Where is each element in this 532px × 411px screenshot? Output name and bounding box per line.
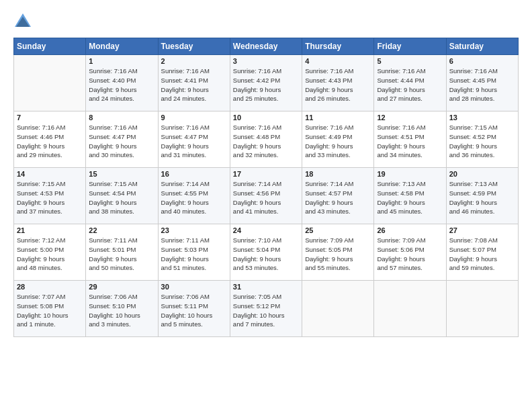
logo-icon bbox=[13, 12, 32, 31]
day-number: 18 bbox=[305, 170, 371, 178]
calendar-cell: 25Sunrise: 7:09 AM Sunset: 5:05 PM Dayli… bbox=[302, 224, 374, 281]
day-number: 14 bbox=[17, 170, 83, 178]
day-info: Sunrise: 7:06 AM Sunset: 5:10 PM Dayligh… bbox=[89, 292, 154, 329]
day-info: Sunrise: 7:16 AM Sunset: 4:47 PM Dayligh… bbox=[89, 123, 154, 160]
day-number: 22 bbox=[89, 226, 154, 234]
calendar-cell: 5Sunrise: 7:16 AM Sunset: 4:44 PM Daylig… bbox=[374, 55, 446, 111]
day-number: 12 bbox=[377, 113, 443, 122]
header bbox=[13, 12, 519, 31]
day-number: 26 bbox=[377, 226, 443, 234]
calendar-cell: 16Sunrise: 7:14 AM Sunset: 4:55 PM Dayli… bbox=[158, 168, 230, 224]
day-info: Sunrise: 7:09 AM Sunset: 5:06 PM Dayligh… bbox=[377, 236, 443, 273]
calendar-week-row: 7Sunrise: 7:16 AM Sunset: 4:46 PM Daylig… bbox=[14, 111, 519, 168]
day-info: Sunrise: 7:09 AM Sunset: 5:05 PM Dayligh… bbox=[305, 236, 371, 273]
calendar-cell: 23Sunrise: 7:11 AM Sunset: 5:03 PM Dayli… bbox=[158, 224, 230, 281]
calendar-cell: 31Sunrise: 7:05 AM Sunset: 5:12 PM Dayli… bbox=[230, 281, 302, 337]
calendar-cell: 10Sunrise: 7:16 AM Sunset: 4:48 PM Dayli… bbox=[230, 111, 302, 168]
calendar-cell: 13Sunrise: 7:15 AM Sunset: 4:52 PM Dayli… bbox=[446, 111, 518, 168]
weekday-header-wednesday: Wednesday bbox=[230, 38, 302, 55]
day-number: 3 bbox=[233, 57, 299, 65]
calendar-cell bbox=[302, 281, 374, 337]
day-info: Sunrise: 7:10 AM Sunset: 5:04 PM Dayligh… bbox=[233, 236, 299, 273]
day-info: Sunrise: 7:16 AM Sunset: 4:42 PM Dayligh… bbox=[233, 66, 299, 103]
calendar-cell: 17Sunrise: 7:14 AM Sunset: 4:56 PM Dayli… bbox=[230, 168, 302, 224]
day-number: 4 bbox=[305, 57, 371, 65]
day-info: Sunrise: 7:13 AM Sunset: 4:58 PM Dayligh… bbox=[377, 179, 443, 216]
day-number: 31 bbox=[233, 283, 299, 291]
weekday-header-saturday: Saturday bbox=[446, 38, 518, 55]
day-number: 7 bbox=[17, 113, 83, 122]
calendar-cell: 20Sunrise: 7:13 AM Sunset: 4:59 PM Dayli… bbox=[446, 168, 518, 224]
calendar-week-row: 21Sunrise: 7:12 AM Sunset: 5:00 PM Dayli… bbox=[14, 224, 519, 281]
day-info: Sunrise: 7:16 AM Sunset: 4:43 PM Dayligh… bbox=[305, 66, 371, 103]
day-info: Sunrise: 7:15 AM Sunset: 4:52 PM Dayligh… bbox=[449, 123, 515, 160]
calendar-cell: 7Sunrise: 7:16 AM Sunset: 4:46 PM Daylig… bbox=[14, 111, 86, 168]
day-info: Sunrise: 7:14 AM Sunset: 4:57 PM Dayligh… bbox=[305, 179, 371, 216]
day-info: Sunrise: 7:16 AM Sunset: 4:47 PM Dayligh… bbox=[161, 123, 227, 160]
calendar-cell: 11Sunrise: 7:16 AM Sunset: 4:49 PM Dayli… bbox=[302, 111, 374, 168]
day-number: 15 bbox=[89, 170, 154, 178]
calendar-page: SundayMondayTuesdayWednesdayThursdayFrid… bbox=[0, 0, 532, 347]
calendar-cell: 26Sunrise: 7:09 AM Sunset: 5:06 PM Dayli… bbox=[374, 224, 446, 281]
day-info: Sunrise: 7:11 AM Sunset: 5:01 PM Dayligh… bbox=[89, 236, 154, 273]
day-number: 9 bbox=[161, 113, 227, 122]
day-info: Sunrise: 7:11 AM Sunset: 5:03 PM Dayligh… bbox=[161, 236, 227, 273]
calendar-table: SundayMondayTuesdayWednesdayThursdayFrid… bbox=[13, 38, 519, 337]
calendar-cell: 27Sunrise: 7:08 AM Sunset: 5:07 PM Dayli… bbox=[446, 224, 518, 281]
day-info: Sunrise: 7:05 AM Sunset: 5:12 PM Dayligh… bbox=[233, 292, 299, 329]
calendar-cell: 28Sunrise: 7:07 AM Sunset: 5:08 PM Dayli… bbox=[14, 281, 86, 337]
weekday-header-friday: Friday bbox=[374, 38, 446, 55]
calendar-cell bbox=[14, 55, 86, 111]
calendar-cell: 30Sunrise: 7:06 AM Sunset: 5:11 PM Dayli… bbox=[158, 281, 230, 337]
day-info: Sunrise: 7:14 AM Sunset: 4:56 PM Dayligh… bbox=[233, 179, 299, 216]
day-info: Sunrise: 7:14 AM Sunset: 4:55 PM Dayligh… bbox=[161, 179, 227, 216]
day-number: 1 bbox=[89, 57, 154, 65]
calendar-cell: 8Sunrise: 7:16 AM Sunset: 4:47 PM Daylig… bbox=[86, 111, 158, 168]
day-number: 20 bbox=[449, 170, 515, 178]
calendar-cell: 1Sunrise: 7:16 AM Sunset: 4:40 PM Daylig… bbox=[86, 55, 158, 111]
day-info: Sunrise: 7:06 AM Sunset: 5:11 PM Dayligh… bbox=[161, 292, 227, 329]
calendar-week-row: 1Sunrise: 7:16 AM Sunset: 4:40 PM Daylig… bbox=[14, 55, 519, 111]
calendar-cell: 21Sunrise: 7:12 AM Sunset: 5:00 PM Dayli… bbox=[14, 224, 86, 281]
weekday-header-row: SundayMondayTuesdayWednesdayThursdayFrid… bbox=[14, 38, 519, 55]
weekday-header-monday: Monday bbox=[86, 38, 158, 55]
day-number: 11 bbox=[305, 113, 371, 122]
weekday-header-tuesday: Tuesday bbox=[158, 38, 230, 55]
day-info: Sunrise: 7:12 AM Sunset: 5:00 PM Dayligh… bbox=[17, 236, 83, 273]
day-info: Sunrise: 7:16 AM Sunset: 4:46 PM Dayligh… bbox=[17, 123, 83, 160]
calendar-cell: 12Sunrise: 7:16 AM Sunset: 4:51 PM Dayli… bbox=[374, 111, 446, 168]
day-number: 25 bbox=[305, 226, 371, 234]
calendar-cell: 19Sunrise: 7:13 AM Sunset: 4:58 PM Dayli… bbox=[374, 168, 446, 224]
day-number: 5 bbox=[377, 57, 443, 65]
day-info: Sunrise: 7:15 AM Sunset: 4:53 PM Dayligh… bbox=[17, 179, 83, 216]
day-number: 30 bbox=[161, 283, 227, 291]
calendar-cell: 4Sunrise: 7:16 AM Sunset: 4:43 PM Daylig… bbox=[302, 55, 374, 111]
day-info: Sunrise: 7:16 AM Sunset: 4:49 PM Dayligh… bbox=[305, 123, 371, 160]
day-number: 17 bbox=[233, 170, 299, 178]
day-number: 10 bbox=[233, 113, 299, 122]
day-info: Sunrise: 7:16 AM Sunset: 4:48 PM Dayligh… bbox=[233, 123, 299, 160]
day-info: Sunrise: 7:15 AM Sunset: 4:54 PM Dayligh… bbox=[89, 179, 154, 216]
day-info: Sunrise: 7:16 AM Sunset: 4:40 PM Dayligh… bbox=[89, 66, 154, 103]
day-number: 13 bbox=[449, 113, 515, 122]
day-number: 27 bbox=[449, 226, 515, 234]
day-info: Sunrise: 7:08 AM Sunset: 5:07 PM Dayligh… bbox=[449, 236, 515, 273]
day-info: Sunrise: 7:16 AM Sunset: 4:41 PM Dayligh… bbox=[161, 66, 227, 103]
day-number: 24 bbox=[233, 226, 299, 234]
weekday-header-sunday: Sunday bbox=[14, 38, 86, 55]
day-number: 19 bbox=[377, 170, 443, 178]
day-number: 28 bbox=[17, 283, 83, 291]
day-info: Sunrise: 7:13 AM Sunset: 4:59 PM Dayligh… bbox=[449, 179, 515, 216]
day-number: 29 bbox=[89, 283, 154, 291]
day-number: 6 bbox=[449, 57, 515, 65]
calendar-cell: 29Sunrise: 7:06 AM Sunset: 5:10 PM Dayli… bbox=[86, 281, 158, 337]
day-info: Sunrise: 7:07 AM Sunset: 5:08 PM Dayligh… bbox=[17, 292, 83, 329]
calendar-cell: 15Sunrise: 7:15 AM Sunset: 4:54 PM Dayli… bbox=[86, 168, 158, 224]
day-info: Sunrise: 7:16 AM Sunset: 4:44 PM Dayligh… bbox=[377, 66, 443, 103]
calendar-cell: 22Sunrise: 7:11 AM Sunset: 5:01 PM Dayli… bbox=[86, 224, 158, 281]
day-number: 21 bbox=[17, 226, 83, 234]
calendar-cell: 2Sunrise: 7:16 AM Sunset: 4:41 PM Daylig… bbox=[158, 55, 230, 111]
logo bbox=[13, 12, 35, 31]
day-number: 2 bbox=[161, 57, 227, 65]
calendar-cell: 3Sunrise: 7:16 AM Sunset: 4:42 PM Daylig… bbox=[230, 55, 302, 111]
